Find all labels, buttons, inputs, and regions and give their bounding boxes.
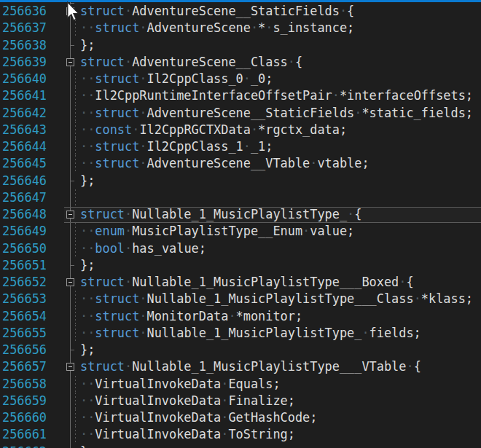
- fold-collapse-icon[interactable]: [66, 58, 74, 66]
- code-line-text[interactable]: };: [80, 342, 95, 358]
- code-token: Nullable_1_MusicPlaylistType_: [132, 207, 347, 221]
- code-line-text[interactable]: ··struct·AdventureScene__VTable·vtable;: [80, 155, 369, 172]
- minus-glyph: [69, 214, 72, 215]
- whitespace-dots: ·: [243, 139, 251, 154]
- line-number[interactable]: 256660: [2, 409, 47, 426]
- code-line-text[interactable]: struct·AdventureScene__Class·{: [80, 54, 302, 71]
- whitespace-dots: ·: [125, 275, 132, 289]
- code-token: *monitor;: [236, 309, 303, 323]
- indent-guide: [75, 291, 76, 307]
- code-line-text[interactable]: ··VirtualInvokeData·ToString;: [80, 426, 295, 443]
- code-token: Nullable_1_MusicPlaylistType___Boxed: [132, 275, 399, 289]
- line-number[interactable]: 256647: [2, 189, 47, 206]
- code-token: };: [80, 444, 95, 448]
- code-token: VirtualInvokeData: [95, 393, 221, 408]
- line-number[interactable]: 256640: [2, 71, 47, 87]
- whitespace-dots: ··: [80, 156, 95, 170]
- code-line: 256655··struct·Nullable_1_MusicPlaylistT…: [0, 325, 481, 342]
- code-line: 256656};: [0, 342, 481, 358]
- line-number[interactable]: 256639: [2, 54, 47, 71]
- code-line-text[interactable]: };: [80, 444, 95, 448]
- fold-collapse-icon[interactable]: [66, 278, 74, 286]
- code-line-text[interactable]: ··bool·has_value;: [80, 240, 206, 257]
- code-line-text[interactable]: };: [80, 257, 95, 274]
- line-number[interactable]: 256642: [2, 105, 47, 122]
- code-token: AdventureScene__VTable: [147, 156, 310, 170]
- code-token: Equals;: [228, 377, 280, 391]
- code-token: {: [354, 207, 361, 221]
- code-line-text[interactable]: struct·Nullable_1_MusicPlaylistType___VT…: [80, 358, 421, 375]
- whitespace-dots: ·: [221, 377, 228, 391]
- line-number[interactable]: 256644: [2, 138, 47, 155]
- whitespace-dots: ·: [221, 410, 228, 425]
- code-line-text[interactable]: ··VirtualInvokeData·Equals;: [80, 376, 281, 393]
- whitespace-dots: ··: [80, 106, 95, 120]
- line-number[interactable]: 256646: [2, 173, 47, 189]
- code-editor-pane[interactable]: 256636struct·AdventureScene__StaticField…: [0, 0, 481, 448]
- code-token: *static_fields;: [361, 106, 473, 120]
- code-line-text[interactable]: };: [80, 173, 95, 189]
- line-number[interactable]: 256641: [2, 87, 47, 104]
- code-token: _0;: [251, 71, 273, 86]
- line-number[interactable]: 256651: [2, 257, 47, 274]
- line-number[interactable]: 256643: [2, 122, 47, 138]
- indent-guide: [75, 240, 76, 257]
- line-number[interactable]: 256655: [2, 325, 47, 342]
- indent-guide: [75, 325, 76, 342]
- code-line: 256645··struct·AdventureScene__VTable·vt…: [0, 155, 481, 172]
- code-line-text[interactable]: ··struct·AdventureScene·*·s_instance;: [80, 20, 354, 36]
- indent-guide: [75, 71, 76, 87]
- code-line-text[interactable]: ··VirtualInvokeData·GetHashCode;: [80, 409, 317, 426]
- whitespace-dots: ·: [347, 207, 354, 221]
- line-number[interactable]: 256645: [2, 155, 47, 172]
- code-token: ToString;: [228, 427, 295, 441]
- code-line-text[interactable]: ··struct·Il2CppClass_0·_0;: [80, 71, 273, 87]
- line-number[interactable]: 256653: [2, 291, 47, 307]
- line-number[interactable]: 256662: [2, 444, 47, 448]
- code-line-text[interactable]: ··struct·Nullable_1_MusicPlaylistType_·f…: [80, 325, 421, 342]
- code-line-text[interactable]: };: [80, 37, 95, 54]
- fold-collapse-icon[interactable]: [66, 211, 74, 219]
- code-token: s_instance;: [273, 20, 354, 35]
- whitespace-dots: ··: [80, 122, 95, 137]
- code-line-text[interactable]: ··struct·Nullable_1_MusicPlaylistType___…: [80, 291, 473, 307]
- line-number[interactable]: 256637: [2, 20, 47, 36]
- code-line-text[interactable]: struct·Nullable_1_MusicPlaylistType_·{: [80, 206, 361, 223]
- code-line-text[interactable]: ··const·Il2CppRGCTXData·*rgctx_data;: [80, 122, 347, 138]
- keyword-token: bool: [95, 241, 125, 256]
- fold-collapse-icon[interactable]: [66, 363, 74, 371]
- line-number[interactable]: 256661: [2, 426, 47, 443]
- code-line-text[interactable]: ··enum·MusicPlaylistType__Enum·value;: [80, 223, 354, 240]
- whitespace-dots: ·: [302, 224, 310, 238]
- line-number[interactable]: 256656: [2, 342, 47, 358]
- code-line-text[interactable]: struct·Nullable_1_MusicPlaylistType___Bo…: [80, 274, 414, 291]
- code-token: {: [295, 55, 302, 69]
- code-line-text[interactable]: struct·AdventureScene__StaticFields·{: [80, 3, 354, 20]
- code-token: MonitorData: [147, 309, 229, 323]
- whitespace-dots: ·: [125, 359, 132, 374]
- line-number[interactable]: 256648: [2, 206, 47, 223]
- code-line-text[interactable]: ··struct·Il2CppClass_1·_1;: [80, 138, 273, 155]
- code-line: 256657struct·Nullable_1_MusicPlaylistTyp…: [0, 358, 481, 375]
- line-number[interactable]: 256658: [2, 376, 47, 393]
- fold-region-end-tick: [71, 265, 74, 266]
- line-number[interactable]: 256636: [2, 3, 47, 20]
- indent-guide: [75, 308, 76, 325]
- indent-guide: [75, 87, 76, 104]
- line-number[interactable]: 256659: [2, 393, 47, 409]
- code-line: 256638};: [0, 37, 481, 54]
- code-line-text[interactable]: ··struct·AdventureScene__StaticFields·*s…: [80, 105, 473, 122]
- line-number[interactable]: 256638: [2, 37, 47, 54]
- code-line-text[interactable]: ··VirtualInvokeData·Finalize;: [80, 393, 295, 409]
- code-line: 256659··VirtualInvokeData·Finalize;: [0, 393, 481, 409]
- code-line-text[interactable]: ··Il2CppRuntimeInterfaceOffsetPair·*inte…: [80, 87, 473, 104]
- fold-collapse-icon[interactable]: [66, 7, 74, 15]
- code-line-text[interactable]: ··struct·MonitorData·*monitor;: [80, 308, 302, 325]
- code-token: *rgctx_data;: [258, 122, 347, 137]
- line-number[interactable]: 256649: [2, 223, 47, 240]
- line-number[interactable]: 256652: [2, 274, 47, 291]
- line-number[interactable]: 256650: [2, 240, 47, 257]
- line-number[interactable]: 256657: [2, 358, 47, 375]
- whitespace-dots: ·: [221, 393, 228, 408]
- line-number[interactable]: 256654: [2, 308, 47, 325]
